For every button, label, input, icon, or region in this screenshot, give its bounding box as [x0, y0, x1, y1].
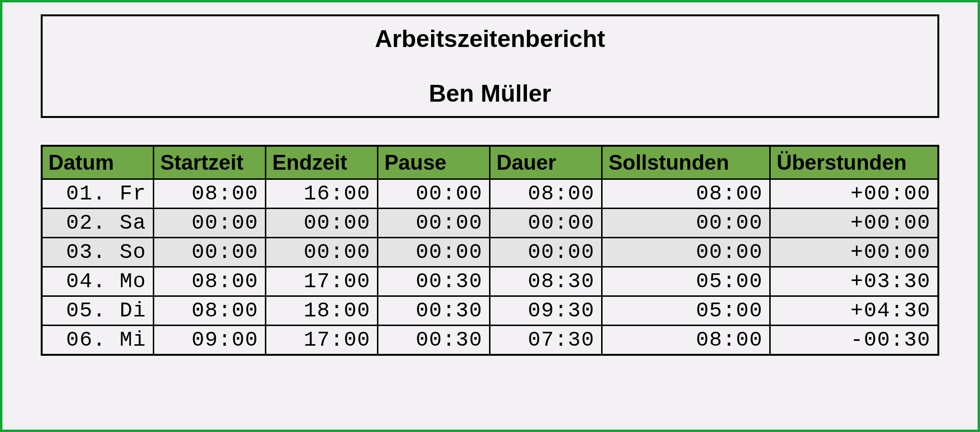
cell-ueberstunden: +00:00 [770, 209, 938, 238]
cell-startzeit: 08:00 [154, 179, 266, 209]
table-row: 02. Sa00:0000:0000:0000:0000:00+00:00 [42, 209, 938, 238]
cell-dauer: 08:00 [490, 179, 602, 209]
cell-pause: 00:00 [378, 238, 490, 267]
cell-endzeit: 17:00 [266, 326, 378, 355]
cell-dauer: 00:00 [490, 238, 602, 267]
report-header-box: Arbeitszeitenbericht Ben Müller [41, 14, 939, 118]
table-row: 05. Di08:0018:0000:3009:3005:00+04:30 [42, 296, 938, 326]
cell-startzeit: 00:00 [154, 238, 266, 267]
cell-ueberstunden: +03:30 [770, 267, 938, 296]
cell-datum: 04. Mo [42, 267, 154, 296]
cell-endzeit: 00:00 [266, 209, 378, 238]
cell-startzeit: 09:00 [154, 326, 266, 355]
cell-startzeit: 00:00 [154, 209, 266, 238]
cell-datum: 03. So [42, 238, 154, 267]
cell-sollstunden: 00:00 [602, 238, 770, 267]
table-row: 03. So00:0000:0000:0000:0000:00+00:00 [42, 238, 938, 267]
cell-ueberstunden: +04:30 [770, 296, 938, 326]
cell-datum: 02. Sa [42, 209, 154, 238]
table-row: 04. Mo08:0017:0000:3008:3005:00+03:30 [42, 267, 938, 296]
cell-datum: 06. Mi [42, 326, 154, 355]
table-header-row: Datum Startzeit Endzeit Pause Dauer Soll… [42, 146, 938, 179]
cell-pause: 00:30 [378, 296, 490, 326]
timesheet-table: Datum Startzeit Endzeit Pause Dauer Soll… [41, 145, 939, 356]
report-title: Arbeitszeitenbericht [43, 25, 937, 53]
cell-dauer: 07:30 [490, 326, 602, 355]
person-name: Ben Müller [43, 80, 937, 107]
cell-dauer: 00:00 [490, 209, 602, 238]
col-dauer-header: Dauer [490, 146, 602, 179]
cell-pause: 00:30 [378, 267, 490, 296]
cell-sollstunden: 05:00 [602, 296, 770, 326]
cell-sollstunden: 08:00 [602, 179, 770, 209]
table-row: 06. Mi09:0017:0000:3007:3008:00-00:30 [42, 326, 938, 355]
cell-dauer: 08:30 [490, 267, 602, 296]
cell-pause: 00:00 [378, 209, 490, 238]
col-endzeit-header: Endzeit [266, 146, 378, 179]
table-row: 01. Fr08:0016:0000:0008:0008:00+00:00 [42, 179, 938, 209]
cell-startzeit: 08:00 [154, 267, 266, 296]
col-sollstunden-header: Sollstunden [602, 146, 770, 179]
col-ueberstunden-header: Überstunden [770, 146, 938, 179]
cell-pause: 00:00 [378, 179, 490, 209]
col-startzeit-header: Startzeit [154, 146, 266, 179]
cell-ueberstunden: -00:30 [770, 326, 938, 355]
cell-ueberstunden: +00:00 [770, 238, 938, 267]
cell-ueberstunden: +00:00 [770, 179, 938, 209]
cell-endzeit: 18:00 [266, 296, 378, 326]
col-datum-header: Datum [42, 146, 154, 179]
cell-sollstunden: 00:00 [602, 209, 770, 238]
cell-dauer: 09:30 [490, 296, 602, 326]
cell-endzeit: 17:00 [266, 267, 378, 296]
cell-datum: 05. Di [42, 296, 154, 326]
cell-endzeit: 00:00 [266, 238, 378, 267]
col-pause-header: Pause [378, 146, 490, 179]
cell-endzeit: 16:00 [266, 179, 378, 209]
cell-sollstunden: 05:00 [602, 267, 770, 296]
cell-startzeit: 08:00 [154, 296, 266, 326]
cell-pause: 00:30 [378, 326, 490, 355]
cell-sollstunden: 08:00 [602, 326, 770, 355]
cell-datum: 01. Fr [42, 179, 154, 209]
